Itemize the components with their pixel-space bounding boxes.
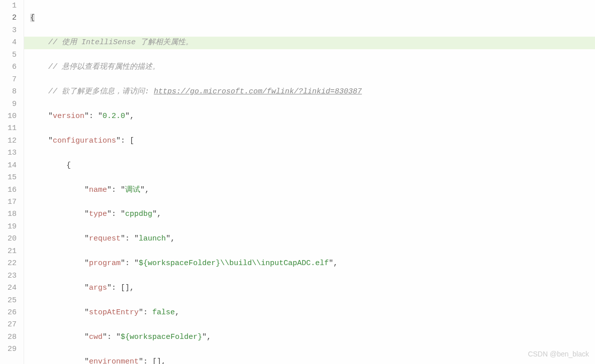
json-keyword: false [152,308,175,317]
json-string: 0.2.0 [103,112,125,120]
json-key: request [89,234,121,243]
code-line[interactable]: { [30,12,595,24]
code-line[interactable]: "cwd": "${workspaceFolder}", [30,331,595,343]
line-number: 25 [0,295,17,307]
line-number: 13 [0,147,17,159]
line-number: 4 [0,37,17,49]
code-line[interactable]: "configurations": [ [30,135,595,147]
line-number: 28 [0,331,17,343]
code-line[interactable]: // 欲了解更多信息，请访问: https://go.microsoft.com… [30,86,595,98]
line-number: 27 [0,319,17,331]
code-line[interactable]: "name": "调试", [30,184,595,196]
json-key: configurations [53,137,116,145]
line-number: 20 [0,233,17,245]
code-line[interactable]: "program": "${workspaceFolder}\\build\\i… [30,258,595,270]
line-number: 2 [0,12,17,24]
comment-text: 欲了解更多信息，请访问: [62,87,154,96]
line-number: 6 [0,61,17,73]
line-number: 8 [0,86,17,98]
json-string: launch [139,234,166,243]
code-line[interactable]: { [30,160,595,172]
line-number-gutter: 1 2 3 4 5 6 7 8 9 10 11 12 13 14 15 16 1… [0,0,24,364]
json-string: 调试 [125,186,140,194]
line-number: 22 [0,258,17,270]
code-editor[interactable]: 1 2 3 4 5 6 7 8 9 10 11 12 13 14 15 16 1… [0,0,595,364]
line-number: 5 [0,49,17,61]
line-number: 12 [0,135,17,147]
comment-text: 悬停以查看现有属性的描述。 [62,63,160,71]
json-key: type [89,210,107,218]
json-key: version [53,112,84,120]
code-line[interactable]: "version": "0.2.0", [30,110,595,123]
line-number: 17 [0,196,17,208]
line-number: 14 [0,160,17,172]
line-number: 29 [0,343,17,355]
code-line[interactable]: "environment": [], [30,356,595,364]
json-key: program [89,259,121,268]
code-line[interactable]: // 使用 IntelliSense 了解相关属性。 [24,37,595,49]
code-line[interactable]: "args": [], [30,282,595,294]
line-number: 11 [0,123,17,135]
json-key: args [89,284,107,292]
line-number: 15 [0,172,17,184]
comment-text: 使用 IntelliSense 了解相关属性。 [62,38,193,47]
line-number: 7 [0,74,17,86]
json-string: ${workspaceFolder} [121,333,202,341]
json-string: cppdbg [125,210,152,218]
code-line[interactable]: // 悬停以查看现有属性的描述。 [30,61,595,73]
line-number: 18 [0,208,17,220]
comment-link[interactable]: https://go.microsoft.com/fwlink/?linkid=… [154,87,362,96]
line-number: 23 [0,270,17,282]
line-number: 10 [0,110,17,123]
code-line[interactable]: "stopAtEntry": false, [30,307,595,319]
code-area[interactable]: { // 使用 IntelliSense 了解相关属性。 // 悬停以查看现有属… [24,0,595,364]
code-line[interactable]: "request": "launch", [30,233,595,245]
line-number: 26 [0,307,17,319]
json-key: stopAtEntry [89,308,139,317]
line-number: 9 [0,98,17,110]
json-string: ${workspaceFolder}\\build\\inputCapADC.e… [139,259,329,268]
line-number: 16 [0,184,17,196]
json-key: environment [89,357,139,364]
json-key: name [89,186,107,194]
line-number: 24 [0,282,17,294]
line-number: 19 [0,221,17,233]
code-line[interactable]: "type": "cppdbg", [30,208,595,220]
json-key: cwd [89,333,103,341]
line-number: 21 [0,246,17,258]
line-number: 1 [0,0,17,12]
line-number: 3 [0,25,17,37]
